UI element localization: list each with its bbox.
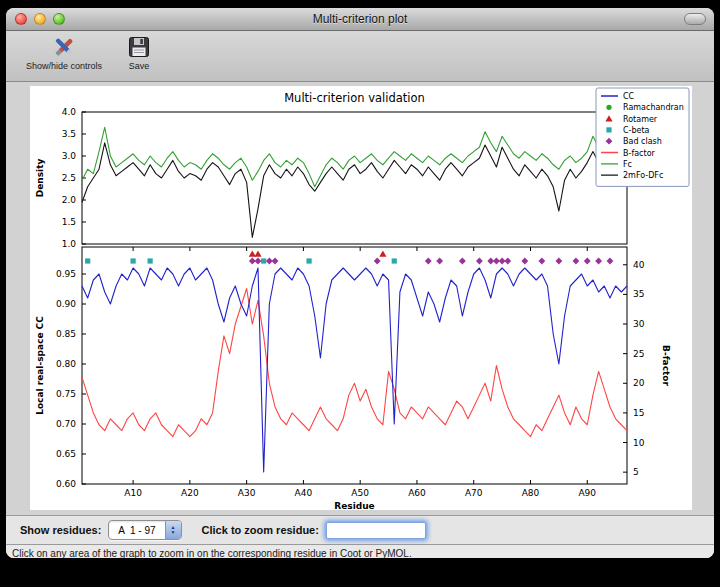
plot-content: Multi-criterion validation1.01.52.02.53.… (6, 82, 714, 558)
svg-text:Density: Density (35, 159, 45, 198)
svg-text:10: 10 (633, 438, 645, 448)
svg-text:0.75: 0.75 (56, 389, 76, 399)
title-bar[interactable]: Multi-criterion plot (6, 8, 714, 31)
svg-text:A10: A10 (124, 488, 142, 498)
window-title: Multi-criterion plot (6, 12, 714, 26)
show-hide-controls-label: Show/hide controls (26, 61, 102, 71)
svg-text:Rotamer: Rotamer (623, 115, 658, 124)
svg-text:3.0: 3.0 (62, 151, 77, 161)
svg-text:Local real-space CC: Local real-space CC (35, 316, 45, 415)
svg-text:2.5: 2.5 (62, 173, 76, 183)
plot-panel[interactable]: Multi-criterion validation1.01.52.02.53.… (30, 86, 692, 510)
svg-text:0.60: 0.60 (56, 479, 76, 489)
svg-text:A40: A40 (295, 488, 313, 498)
svg-text:1.0: 1.0 (62, 239, 77, 249)
svg-text:A70: A70 (465, 488, 483, 498)
minimize-button[interactable] (34, 13, 46, 25)
svg-text:0.70: 0.70 (56, 419, 76, 429)
svg-text:20: 20 (633, 378, 645, 388)
svg-text:A60: A60 (408, 488, 426, 498)
toolbar: Show/hide controls Save (6, 31, 714, 82)
toolbar-toggle-button[interactable] (684, 13, 706, 25)
svg-text:0.80: 0.80 (56, 359, 76, 369)
zoom-button[interactable] (53, 13, 65, 25)
svg-text:A30: A30 (238, 488, 256, 498)
stepper-icon[interactable]: ▲ ▼ (165, 521, 181, 539)
svg-text:15: 15 (633, 408, 644, 418)
save-icon (126, 34, 152, 60)
stepper-down-icon: ▼ (171, 530, 176, 535)
svg-text:2.0: 2.0 (62, 195, 77, 205)
svg-text:Multi-criterion validation: Multi-criterion validation (284, 91, 425, 105)
svg-text:0.95: 0.95 (56, 269, 76, 279)
svg-text:B-factor: B-factor (623, 149, 656, 158)
svg-text:3.5: 3.5 (62, 129, 76, 139)
tools-icon (51, 34, 77, 60)
svg-text:A90: A90 (578, 488, 596, 498)
svg-text:A20: A20 (181, 488, 199, 498)
svg-text:4.0: 4.0 (62, 107, 77, 117)
svg-text:1.5: 1.5 (62, 217, 76, 227)
status-text: Click on any area of the graph to zoom i… (12, 548, 412, 558)
svg-text:30: 30 (633, 319, 645, 329)
svg-text:Fc: Fc (623, 160, 632, 169)
svg-text:25: 25 (633, 349, 644, 359)
svg-text:40: 40 (633, 260, 645, 270)
svg-text:C-beta: C-beta (623, 126, 650, 135)
close-button[interactable] (15, 13, 27, 25)
svg-text:B-factor: B-factor (661, 345, 671, 386)
show-hide-controls-button[interactable]: Show/hide controls (20, 31, 108, 73)
zoom-residue-input[interactable] (326, 522, 426, 539)
svg-text:35: 35 (633, 289, 644, 299)
svg-text:Ramachandran: Ramachandran (623, 103, 684, 112)
svg-text:5: 5 (633, 467, 639, 477)
save-button[interactable]: Save (120, 31, 158, 73)
show-residues-label: Show residues: (20, 524, 101, 536)
status-bar: Click on any area of the graph to zoom i… (6, 545, 714, 558)
app-window: Multi-criterion plot Show/hide controls (6, 8, 714, 558)
controls-row: Show residues: A 1 - 97 ▲ ▼ Click to zoo… (6, 515, 714, 545)
svg-text:A80: A80 (522, 488, 540, 498)
svg-text:Bad clash: Bad clash (623, 137, 662, 146)
residue-range-select[interactable]: A 1 - 97 ▲ ▼ (108, 520, 181, 540)
multi-criterion-chart[interactable]: Multi-criterion validation1.01.52.02.53.… (30, 86, 692, 510)
zoom-residue-label: Click to zoom residue: (202, 524, 319, 536)
svg-text:0.90: 0.90 (56, 299, 76, 309)
svg-text:2mFo-DFc: 2mFo-DFc (623, 171, 663, 180)
svg-text:CC: CC (623, 92, 635, 101)
svg-text:Residue: Residue (334, 501, 374, 510)
svg-text:0.65: 0.65 (56, 449, 76, 459)
svg-text:0.85: 0.85 (56, 329, 76, 339)
svg-text:A50: A50 (351, 488, 369, 498)
residue-range-value: A 1 - 97 (109, 525, 164, 536)
save-label: Save (129, 61, 150, 71)
